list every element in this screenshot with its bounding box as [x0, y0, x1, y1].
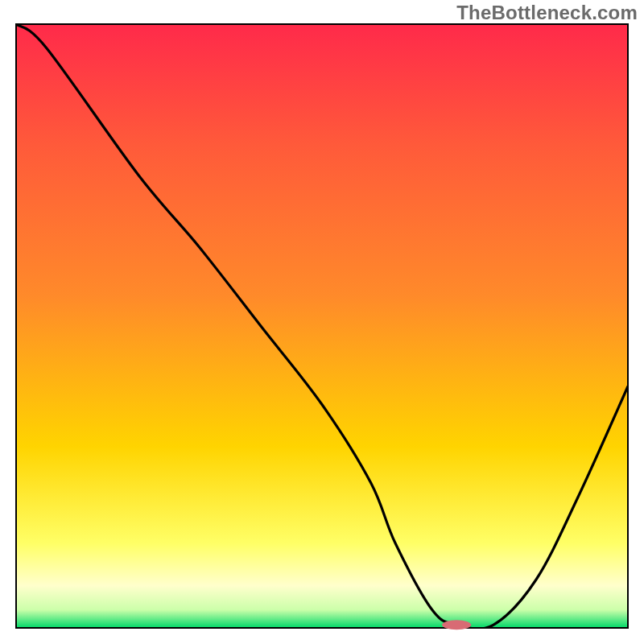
optimum-marker	[442, 620, 471, 630]
plot-background	[16, 24, 628, 628]
attribution-text: TheBottleneck.com	[456, 2, 638, 24]
chart-wrap: TheBottleneck.com	[0, 0, 644, 644]
chart-svg	[0, 0, 644, 644]
